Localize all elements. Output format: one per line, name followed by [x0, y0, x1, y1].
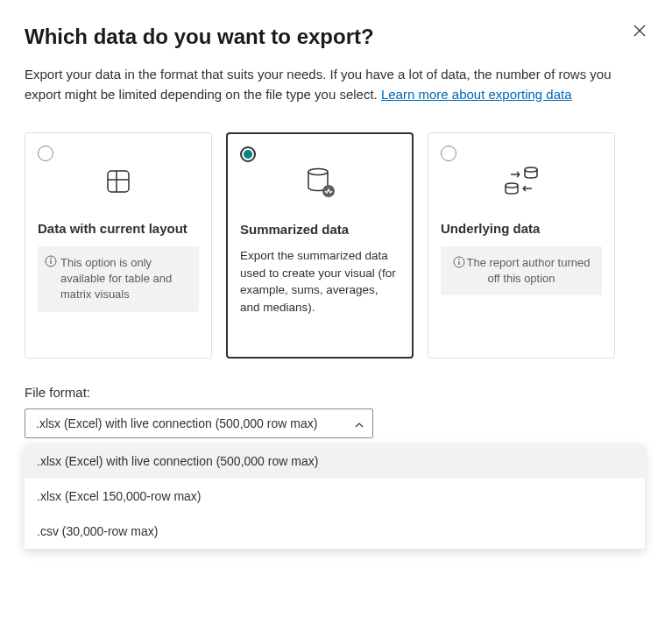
info-icon: [45, 255, 57, 267]
chevron-up-icon: [355, 416, 364, 430]
option-csv-30k[interactable]: .csv (30,000-row max): [25, 514, 645, 549]
note-text: The report author turned off this option: [467, 256, 591, 285]
database-activity-icon: [240, 152, 400, 213]
file-format-dropdown[interactable]: .xlsx (Excel) with live connection (500,…: [25, 408, 373, 438]
file-format-options: .xlsx (Excel) with live connection (500,…: [25, 444, 645, 549]
option-xlsx-live[interactable]: .xlsx (Excel) with live connection (500,…: [25, 444, 645, 479]
svg-rect-0: [108, 171, 129, 192]
svg-point-12: [458, 259, 460, 260]
card-title: Summarized data: [240, 222, 400, 237]
note-text: This option is only available for table …: [60, 256, 172, 301]
info-icon: [453, 256, 465, 268]
database-swap-icon: [441, 151, 602, 212]
card-title: Underlying data: [441, 221, 602, 236]
dialog-description: Export your data in the format that suit…: [25, 65, 638, 104]
radio-current-layout[interactable]: [38, 146, 53, 161]
card-data-with-current-layout[interactable]: Data with current layout This option is …: [25, 132, 212, 359]
svg-point-8: [525, 167, 537, 172]
option-xlsx-150k[interactable]: .xlsx (Excel 150,000-row max): [25, 479, 645, 514]
card-title: Data with current layout: [38, 221, 199, 236]
card-description: Export the summarized data used to creat…: [240, 247, 400, 316]
svg-point-6: [308, 169, 328, 175]
svg-point-9: [506, 183, 518, 188]
export-option-cards: Data with current layout This option is …: [25, 132, 647, 359]
file-format-label: File format:: [25, 385, 647, 400]
radio-summarized[interactable]: [240, 146, 256, 162]
radio-underlying[interactable]: [441, 146, 456, 161]
card-note: This option is only available for table …: [38, 246, 199, 312]
table-layout-icon: [38, 151, 199, 212]
card-note: The report author turned off this option: [441, 246, 602, 295]
card-summarized-data[interactable]: Summarized data Export the summarized da…: [226, 132, 414, 359]
learn-more-link[interactable]: Learn more about exporting data: [381, 87, 572, 102]
svg-point-5: [50, 258, 52, 259]
svg-point-7: [322, 185, 335, 197]
close-icon[interactable]: [633, 23, 646, 41]
dropdown-selected-text: .xlsx (Excel) with live connection (500,…: [36, 416, 317, 430]
card-underlying-data[interactable]: Underlying data The report author turned…: [428, 132, 615, 359]
dialog-title: Which data do you want to export?: [25, 25, 647, 49]
